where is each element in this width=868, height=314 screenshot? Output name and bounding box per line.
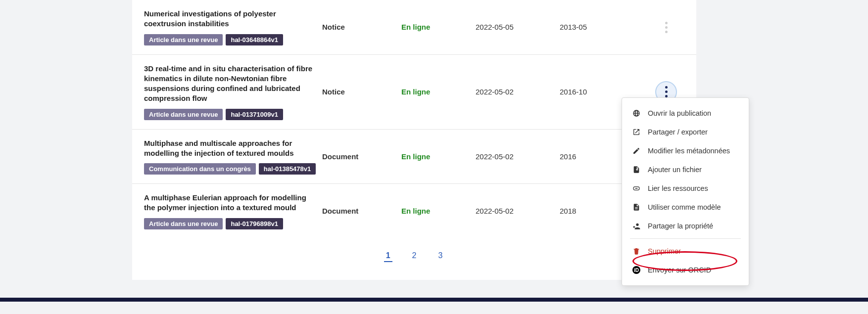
row-title[interactable]: Multiphase and multiscale approaches for… — [144, 138, 317, 159]
row-date-pub: 2016-10 — [560, 88, 644, 96]
menu-divider — [630, 238, 741, 239]
type-badge: Article dans une revue — [144, 34, 223, 45]
menu-label: Lier les ressources — [648, 184, 708, 192]
menu-edit-metadata[interactable]: Modifier les métadonnées — [622, 141, 749, 160]
table-row: 3D real-time and in situ characterisatio… — [132, 54, 696, 129]
row-date-pub: 2013-05 — [560, 23, 644, 31]
table-row: A multiphase Eulerian approach for model… — [132, 183, 696, 238]
trash-icon — [632, 247, 641, 256]
row-date-deposit: 2022-05-02 — [476, 88, 560, 96]
type-badge: Article dans une revue — [144, 218, 223, 229]
row-kind: Notice — [322, 88, 401, 96]
table-row: Numerical investigations of polyester co… — [132, 0, 696, 54]
pencil-icon — [632, 146, 641, 155]
row-status: En ligne — [401, 152, 476, 161]
file-plus-icon — [632, 165, 641, 174]
menu-label: Partager la propriété — [648, 222, 713, 230]
menu-add-file[interactable]: Ajouter un fichier — [622, 160, 749, 179]
publications-table: Numerical investigations of polyester co… — [132, 0, 696, 238]
row-badges: Communication dans un congrès hal-013854… — [144, 163, 317, 175]
row-badges: Article dans une revue hal-01796898v1 — [144, 218, 317, 229]
type-badge: Communication dans un congrès — [144, 163, 256, 175]
template-icon — [632, 203, 641, 212]
type-badge: Article dans une revue — [144, 109, 223, 120]
menu-label: Envoyer sur ORCID — [648, 266, 711, 274]
row-badges: Article dans une revue hal-01371009v1 — [144, 109, 317, 120]
menu-delete[interactable]: Supprimer — [622, 242, 749, 261]
id-badge[interactable]: hal-01385478v1 — [259, 163, 316, 175]
menu-open-publication[interactable]: Ouvrir la publication — [622, 104, 749, 123]
id-badge[interactable]: hal-03648864v1 — [226, 34, 283, 45]
row-actions-menu: Ouvrir la publication Partager / exporte… — [622, 97, 749, 286]
menu-send-orcid[interactable]: iD Envoyer sur ORCID — [622, 261, 749, 279]
menu-label: Partager / exporter — [648, 128, 708, 136]
menu-link-resources[interactable]: Lier les ressources — [622, 179, 749, 198]
id-badge[interactable]: hal-01796898v1 — [226, 218, 283, 229]
row-kind: Notice — [322, 23, 401, 31]
row-kind: Document — [322, 152, 401, 161]
footer-strip — [0, 298, 868, 302]
row-title[interactable]: A multiphase Eulerian approach for model… — [144, 193, 317, 213]
menu-share-ownership[interactable]: Partager la propriété — [622, 217, 749, 235]
menu-use-template[interactable]: Utiliser comme modèle — [622, 198, 749, 217]
globe-icon — [632, 109, 641, 118]
menu-label: Ouvrir la publication — [648, 109, 711, 117]
menu-share-export[interactable]: Partager / exporter — [622, 123, 749, 141]
menu-label: Ajouter un fichier — [648, 166, 702, 174]
menu-label: Utiliser comme modèle — [648, 203, 721, 211]
row-kind: Document — [322, 207, 401, 215]
row-status: En ligne — [401, 207, 476, 215]
page-link[interactable]: 2 — [410, 250, 419, 262]
pagination: 1 2 3 — [132, 238, 696, 280]
link-icon — [632, 184, 641, 193]
user-plus-icon — [632, 222, 641, 230]
page-link[interactable]: 3 — [436, 250, 444, 262]
row-status: En ligne — [401, 88, 476, 96]
table-row: Multiphase and multiscale approaches for… — [132, 129, 696, 184]
share-icon — [632, 128, 641, 136]
row-title[interactable]: Numerical investigations of polyester co… — [144, 9, 317, 29]
row-date-deposit: 2022-05-02 — [476, 152, 560, 161]
menu-label: Modifier les métadonnées — [648, 147, 730, 155]
row-title[interactable]: 3D real-time and in situ characterisatio… — [144, 64, 317, 104]
row-date-deposit: 2022-05-02 — [476, 207, 560, 215]
menu-label: Supprimer — [648, 247, 681, 255]
page-link[interactable]: 1 — [384, 250, 392, 262]
row-badges: Article dans une revue hal-03648864v1 — [144, 34, 317, 45]
id-badge[interactable]: hal-01371009v1 — [226, 109, 283, 120]
row-actions-button[interactable] — [656, 17, 676, 37]
row-date-deposit: 2022-05-05 — [476, 23, 560, 31]
row-status: En ligne — [401, 23, 476, 31]
orcid-icon: iD — [632, 266, 641, 274]
